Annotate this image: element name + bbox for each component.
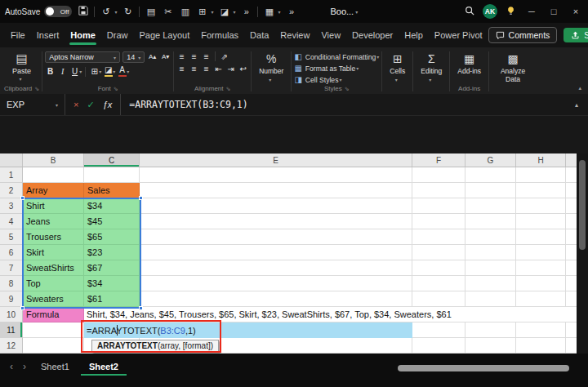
cell[interactable] <box>140 260 412 276</box>
maximize-button[interactable]: □ <box>546 7 561 16</box>
row-header-5[interactable]: 5 <box>0 229 23 245</box>
tab-page-layout[interactable]: Page Layout <box>133 24 195 47</box>
align-middle-icon[interactable]: ≡ <box>189 52 199 61</box>
cell[interactable] <box>566 291 577 307</box>
clipboard-icon[interactable]: ▤ <box>145 7 157 16</box>
cell[interactable] <box>23 322 84 338</box>
formula-bar-collapse-icon[interactable]: ▴ <box>575 101 588 109</box>
editing-button[interactable]: Σ Editing ▾ <box>416 49 447 82</box>
tab-view[interactable]: View <box>315 24 346 47</box>
cell[interactable] <box>566 322 577 338</box>
row-header-6[interactable]: 6 <box>0 245 23 260</box>
cell[interactable] <box>566 260 577 276</box>
cell[interactable] <box>466 260 516 276</box>
cell-item-name[interactable]: Skirt <box>23 245 84 260</box>
cell[interactable] <box>140 276 412 291</box>
cell-item-value[interactable]: $61 <box>84 291 140 307</box>
undo-icon[interactable]: ↺ <box>100 7 112 16</box>
row-header-3[interactable]: 3 <box>0 198 23 214</box>
fill-dropdown-icon[interactable]: ▾ <box>113 69 115 74</box>
cell[interactable] <box>466 198 516 214</box>
cell[interactable] <box>23 167 84 183</box>
align-center-icon[interactable]: ≡ <box>189 64 199 73</box>
cell[interactable] <box>566 229 577 245</box>
cell[interactable] <box>566 198 577 214</box>
cell-item-value[interactable]: $45 <box>84 214 140 229</box>
tab-power-pivot[interactable]: Power Pivot <box>429 24 488 47</box>
cell-item-name[interactable]: Top <box>23 276 84 291</box>
undo-dropdown-icon[interactable]: ▾ <box>114 9 117 15</box>
cell[interactable] <box>412 276 466 291</box>
row-header-11[interactable]: 11 <box>0 322 23 338</box>
wrap-text-icon[interactable]: ↩ <box>238 64 248 73</box>
cell[interactable] <box>516 167 566 183</box>
cell-item-name[interactable]: Sweaters <box>23 291 84 307</box>
cell-array-header[interactable]: Array <box>23 183 84 198</box>
sheet-nav-left-icon[interactable]: ‹ <box>7 361 16 372</box>
paste-button[interactable]: ▤ Paste ▾ <box>4 49 39 82</box>
cell[interactable] <box>140 214 412 229</box>
tab-draw[interactable]: Draw <box>101 24 134 47</box>
cell[interactable] <box>412 338 466 354</box>
insert-function-icon[interactable]: ƒx <box>103 100 113 109</box>
font-size-select[interactable]: 14 ▾ <box>122 51 145 63</box>
cell[interactable] <box>516 183 566 198</box>
row-header-9[interactable]: 9 <box>0 291 23 307</box>
cell[interactable] <box>140 245 412 260</box>
addins-button[interactable]: ▦ Add-ins <box>452 49 486 75</box>
cell[interactable] <box>140 198 412 214</box>
save-icon[interactable] <box>77 6 89 17</box>
table-icon[interactable]: ▦ <box>263 7 275 16</box>
align-top-icon[interactable]: ≡ <box>176 52 187 61</box>
tab-home[interactable]: Home <box>65 24 101 47</box>
autosave-toggle[interactable]: Off <box>44 6 72 17</box>
row-header-1[interactable]: 1 <box>0 167 23 183</box>
align-bottom-icon[interactable]: ≡ <box>201 52 212 61</box>
styles-launcher-icon[interactable]: ⇘ <box>345 86 350 92</box>
cell[interactable] <box>466 245 516 260</box>
qat-overflow-icon[interactable]: » <box>240 7 252 16</box>
row-header-10[interactable]: 10 <box>0 307 23 322</box>
avatar[interactable]: AK <box>483 4 497 19</box>
cell[interactable] <box>412 291 466 307</box>
italic-button[interactable]: I <box>57 67 68 76</box>
font-launcher-icon[interactable]: ⇘ <box>114 86 118 92</box>
cell-item-name[interactable]: Jeans <box>23 214 84 229</box>
cell[interactable] <box>84 167 140 183</box>
column-header-E[interactable]: E <box>140 153 412 167</box>
confirm-entry-icon[interactable]: ✓ <box>87 100 94 110</box>
cell-item-name[interactable]: SweatShirts <box>23 260 84 276</box>
select-all-corner[interactable] <box>0 153 23 167</box>
cell[interactable] <box>516 291 566 307</box>
cell[interactable] <box>412 322 466 338</box>
formula-input[interactable]: =ARRAYTOTEXT(B3:C9,1) <box>121 99 256 110</box>
tab-file[interactable]: File <box>5 24 31 47</box>
font-name-select[interactable]: Aptos Narrow ▾ <box>45 51 120 63</box>
comments-button[interactable]: Comments <box>488 27 558 43</box>
tab-data[interactable]: Data <box>244 24 274 47</box>
row-header-12[interactable]: 12 <box>0 338 23 354</box>
borders-dropdown-icon[interactable]: ▾ <box>211 9 213 15</box>
cell-sales-header[interactable]: Sales <box>84 183 140 198</box>
clipboard-launcher-icon[interactable]: ⇘ <box>34 86 39 92</box>
cell[interactable] <box>516 322 566 338</box>
cell[interactable] <box>566 245 577 260</box>
decrease-indent-icon[interactable]: ⇤ <box>213 64 224 73</box>
column-header-H[interactable]: H <box>516 153 566 167</box>
cell[interactable] <box>140 183 412 198</box>
cell[interactable] <box>516 276 566 291</box>
format-painter-icon[interactable]: ◪ <box>218 7 230 16</box>
qat-overflow2-icon[interactable]: » <box>285 7 297 16</box>
cut-icon[interactable]: ✂ <box>162 7 174 16</box>
tab-formulas[interactable]: Formulas <box>195 24 244 47</box>
search-icon[interactable] <box>463 6 475 17</box>
cell-formula-label[interactable]: Formula <box>23 307 84 322</box>
copy-icon[interactable]: ▥ <box>179 7 191 16</box>
number-format-button[interactable]: % Number ▾ <box>254 49 288 82</box>
ribbon-collapse-icon[interactable]: ▴ <box>578 85 581 91</box>
cell[interactable] <box>466 183 516 198</box>
cell[interactable] <box>412 183 466 198</box>
cell[interactable] <box>84 322 140 338</box>
lightbulb-icon[interactable] <box>505 6 517 17</box>
sheet-tab-sheet1[interactable]: Sheet1 <box>33 358 78 376</box>
